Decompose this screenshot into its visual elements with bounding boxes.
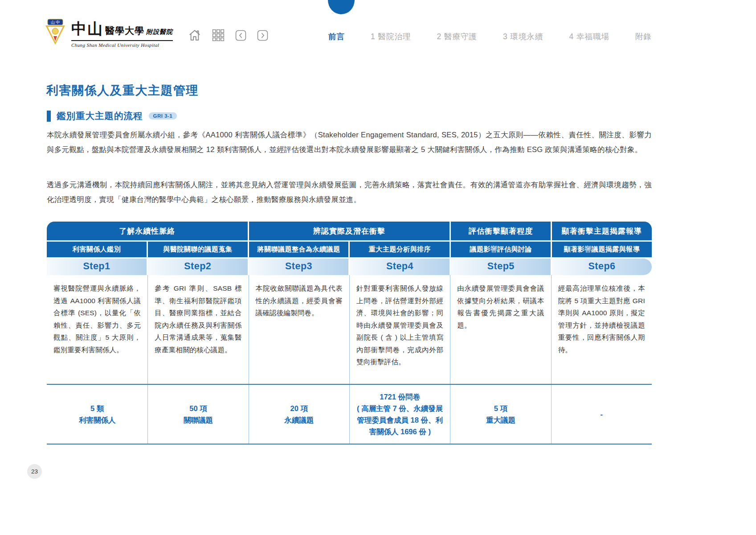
sub-header: 議題影響評估與討論 <box>451 242 551 257</box>
table-result-row: 5 類利害關係人 50 項關聯議題 20 項永續議題 1721 份問卷( 高層主… <box>47 385 652 444</box>
group-header: 評估衝擊顯著程度 <box>451 222 551 240</box>
step-description: 審視醫院營運與永續脈絡，透過 AA1000 利害關係人議合標準 (SES)，以量… <box>47 275 147 384</box>
page-number-badge: 23 <box>27 464 42 479</box>
step-result: 50 項關聯議題 <box>147 385 248 444</box>
next-page-icon[interactable] <box>257 30 268 41</box>
step-result: 1721 份問卷( 高層主管 7 份、永續發展管理委員會成員 18 份、利害關係… <box>349 385 450 444</box>
gri-badge: GRI 3-1 <box>149 112 177 119</box>
nav-item-workplace[interactable]: 4 幸福職場 <box>569 31 609 42</box>
top-center-circle-decoration <box>328 0 355 14</box>
group-header: 了解永續性脈絡 <box>47 222 248 240</box>
table-group-header-row: 了解永續性脈絡 辨認實際及潛在衝擊 評估衝擊顯著程度 顯著衝擊主題揭露報導 <box>47 222 652 240</box>
sub-header: 利害關係人鑑別 <box>47 242 147 257</box>
step-description: 參考 GRI 準則、SASB 標準、衛生福利部醫院評鑑項目、醫療同業指標，並結合… <box>147 275 248 384</box>
intro-paragraph-1: 本院永續發展管理委員會所屬永續小組，參考《AA1000 利害關係人議合標準》（S… <box>47 128 652 157</box>
step-result: 5 項重大議題 <box>450 385 551 444</box>
step-description: 經最高治理單位核准後，本院將 5 項重大主題對應 GRI 準則與 AA1000 … <box>551 275 652 384</box>
grid-menu-icon[interactable] <box>212 29 225 41</box>
nav-item-environment[interactable]: 3 環境永續 <box>503 31 544 42</box>
page-title: 利害關係人及重大主題管理 <box>46 82 199 99</box>
nav-item-medical[interactable]: 2 醫療守護 <box>437 31 477 42</box>
sub-header: 顯著影響議題揭露與報導 <box>552 242 652 257</box>
logo-title-zh: 中山 醫學大學 附設醫院 <box>71 19 173 41</box>
materiality-process-table: 了解永續性脈絡 辨認實際及潛在衝擊 評估衝擊顯著程度 顯著衝擊主題揭露報導 利害… <box>47 222 652 444</box>
step-label: Step1 <box>47 259 147 275</box>
step-label: Step4 <box>350 259 450 275</box>
step-result: - <box>551 385 652 444</box>
chapter-nav: 前言 1 醫院治理 2 醫療守護 3 環境永續 4 幸福職場 附錄 <box>328 31 652 42</box>
step-description: 針對重要利害關係人發放線上問卷，評估營運對外部經濟、環境與社會的影響；同時由永續… <box>349 275 450 384</box>
previous-page-icon[interactable] <box>235 30 246 41</box>
group-header: 顯著衝擊主題揭露報導 <box>552 222 652 240</box>
step-result: 20 項永續議題 <box>249 385 349 444</box>
nav-item-foreword[interactable]: 前言 <box>328 31 345 42</box>
section-bar-decoration <box>47 111 51 122</box>
step-label: Step3 <box>249 259 349 275</box>
table-description-row: 審視醫院營運與永續脈絡，透過 AA1000 利害關係人議合標準 (SES)，以量… <box>47 275 652 384</box>
step-label: Step2 <box>148 259 248 275</box>
step-label: Step6 <box>552 259 652 275</box>
emblem-text: 山 中 <box>51 20 60 25</box>
hospital-logo: 山 中 中山 醫學大學 附設醫院 Chung Shan Medical Univ… <box>45 19 173 48</box>
intro-paragraph-2: 透過多元溝通機制，本院持續回應利害關係人關注，並將其意見納入營運管理與永續發展藍… <box>47 177 652 207</box>
header-toolbar <box>188 29 268 42</box>
nav-item-appendix[interactable]: 附錄 <box>635 31 652 42</box>
section-title: 鑑別重大主題的流程 <box>57 110 143 122</box>
step-description: 本院收斂關聯議題為具代表性的永續議題，經委員會審議確認後編製問卷。 <box>249 275 349 384</box>
hospital-emblem-icon: 山 中 <box>45 19 66 47</box>
step-description: 由永續發展管理委員會會議依據雙向分析結果，研議本報告書優先揭露之重大議題。 <box>450 275 551 384</box>
section-heading: 鑑別重大主題的流程 GRI 3-1 <box>47 110 177 122</box>
step-result: 5 類利害關係人 <box>47 385 147 444</box>
group-header: 辨認實際及潛在衝擊 <box>249 222 450 240</box>
logo-title-en: Chung Shan Medical University Hospital <box>71 42 173 48</box>
table-step-row: Step1 Step2 Step3 Step4 Step5 Step6 <box>47 259 652 275</box>
table-bottom-line <box>47 444 652 444</box>
sub-header: 將關聯議題整合為永續議題 <box>249 242 349 257</box>
home-icon[interactable] <box>188 29 201 42</box>
step-label: Step5 <box>451 259 551 275</box>
table-sub-header-row: 利害關係人鑑別 與醫院關聯的議題蒐集 將關聯議題整合為永續議題 重大主題分析與排… <box>47 242 652 257</box>
sub-header: 重大主題分析與排序 <box>350 242 450 257</box>
sub-header: 與醫院關聯的議題蒐集 <box>148 242 248 257</box>
nav-item-governance[interactable]: 1 醫院治理 <box>371 31 411 42</box>
